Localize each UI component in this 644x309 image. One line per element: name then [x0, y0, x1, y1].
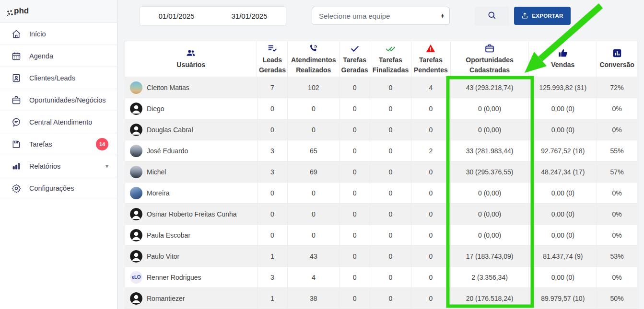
cell-conversao: 0%: [597, 204, 637, 224]
avatar: [130, 166, 142, 178]
avatar: [130, 124, 142, 136]
user-name: Paulo Vitor: [147, 252, 179, 260]
table-row[interactable]: eLORenner Rodrigues340002 (3.356,34)0,00…: [125, 267, 637, 288]
column-header-label: Tarefas Geradas: [340, 55, 369, 75]
cell-user-name: Osmar Roberto Freitas Cunha: [125, 204, 258, 224]
cell-oportunidades: 33 (281.983,44): [451, 140, 529, 161]
phd-logo[interactable]: phd: [7, 6, 29, 16]
cell-tarefas-finalizadas: 0: [370, 246, 411, 266]
cell-user-name: Cleiton Matias: [125, 77, 258, 98]
column-header-label: Leads Geradas: [258, 55, 286, 75]
sidebar-item-tarefas[interactable]: Tarefas 14: [0, 133, 117, 155]
logo-dots-icon: [7, 10, 13, 16]
cell-user-name: Paula Escobar: [125, 225, 258, 245]
column-header-label: Oportunidades Cadastradas: [452, 55, 528, 75]
calendar-icon: [12, 51, 21, 61]
home-icon: [12, 29, 21, 39]
table-row[interactable]: Diego000000 (0,00)0,00 (0)0%: [125, 98, 637, 119]
cell-leads: 0: [258, 225, 288, 245]
user-name: Michel: [147, 168, 166, 176]
column-header-label: Usuários: [176, 60, 205, 69]
column-header-tarefas-geradas[interactable]: Tarefas Geradas: [340, 41, 370, 77]
check-icon: [350, 43, 360, 54]
briefcase-icon: [12, 95, 21, 105]
column-header-label: Tarefas Pendentes: [412, 55, 449, 75]
table-row[interactable]: Paulo Vitor14300017 (183.743,09)81.437,7…: [125, 246, 637, 267]
cell-tarefas-finalizadas: 0: [370, 119, 411, 140]
sidebar-item-relatorios[interactable]: Relatórios ▾: [0, 155, 117, 177]
user-name: Douglas Cabral: [147, 126, 193, 134]
table-row[interactable]: Romantiezer13800020 (176.518,24)89.979,5…: [125, 288, 637, 309]
date-end-input[interactable]: 31/01/2025: [213, 12, 286, 20]
column-header-conversao[interactable]: Conversão: [597, 41, 637, 77]
column-header-tarefas-pendentes[interactable]: Tarefas Pendentes: [411, 41, 451, 77]
cell-leads: 7: [258, 77, 288, 98]
cell-tarefas-geradas: 0: [340, 183, 370, 203]
table-row[interactable]: José Eduardo36500233 (281.983,44)92.767,…: [125, 140, 637, 161]
user-name: Romantiezer: [147, 295, 185, 302]
column-header-vendas[interactable]: Vendas: [529, 41, 597, 77]
cell-vendas: 0,00 (0): [529, 225, 597, 245]
cell-atendimentos: 0: [288, 98, 340, 119]
cell-oportunidades: 0 (0,00): [451, 204, 529, 224]
cell-conversao: 57%: [597, 161, 637, 182]
cell-tarefas-geradas: 0: [340, 98, 370, 119]
table-row[interactable]: Osmar Roberto Freitas Cunha000000 (0,00)…: [125, 204, 637, 225]
table-row[interactable]: Cleiton Matias710200443 (293.218,74)125.…: [125, 77, 637, 98]
team-select[interactable]: Selecione uma equipe ▴▾: [312, 7, 450, 25]
cell-tarefas-pendentes: 0: [411, 288, 451, 309]
export-button[interactable]: EXPORTAR: [514, 7, 571, 25]
sidebar-item-label: Relatórios: [29, 162, 105, 170]
cell-user-name: eLORenner Rodrigues: [125, 267, 258, 287]
user-name: José Eduardo: [147, 147, 188, 155]
table-body: Cleiton Matias710200443 (293.218,74)125.…: [125, 77, 637, 309]
cell-tarefas-finalizadas: 0: [370, 77, 411, 98]
cell-vendas: 48.247,34 (17): [529, 161, 597, 182]
chat-icon: [12, 117, 21, 127]
sidebar-item-central-atendimento[interactable]: Central Atendimento: [0, 111, 117, 133]
cell-tarefas-pendentes: 0: [411, 119, 451, 140]
search-button[interactable]: [475, 6, 509, 26]
cell-user-name: Douglas Cabral: [125, 119, 258, 140]
sidebar-item-agenda[interactable]: Agenda: [0, 45, 117, 67]
cell-leads: 0: [258, 204, 288, 224]
thumbs-up-icon: [558, 48, 568, 58]
cell-user-name: José Eduardo: [125, 140, 258, 161]
cell-leads: 0: [258, 119, 288, 140]
table-row[interactable]: Moreira000000 (0,00)0,00 (0)0%: [125, 183, 637, 204]
table-row[interactable]: Paula Escobar000000 (0,00)0,00 (0)0%: [125, 225, 637, 246]
cell-leads: 1: [258, 246, 288, 266]
sidebar-item-inicio[interactable]: Início: [0, 23, 117, 45]
table-row[interactable]: Michel36900030 (295.376,55)48.247,34 (17…: [125, 161, 637, 183]
select-arrows-icon: ▴▾: [441, 13, 444, 18]
cell-user-name: Moreira: [125, 183, 258, 203]
users-report-table: Usuários Leads Geradas Atendimentos Real…: [125, 41, 637, 309]
sidebar-item-clientes-leads[interactable]: Clientes/Leads: [0, 67, 117, 89]
cell-conversao: 55%: [597, 140, 637, 161]
column-header-usuarios[interactable]: Usuários: [125, 41, 257, 77]
cell-oportunidades: 0 (0,00): [451, 225, 529, 245]
sidebar-item-configuracoes[interactable]: Configurações: [0, 177, 117, 199]
table-row[interactable]: Douglas Cabral000000 (0,00)0,00 (0)0%: [125, 119, 637, 140]
cell-user-name: Romantiezer: [125, 288, 258, 309]
avatar: [130, 292, 142, 305]
column-header-oportunidades[interactable]: Oportunidades Cadastradas: [451, 41, 529, 77]
cell-atendimentos: 4: [288, 267, 340, 287]
sidebar-item-oportunidades[interactable]: Oportunidades/Negócios: [0, 89, 117, 111]
cell-conversao: 50%: [597, 288, 637, 309]
cell-vendas: 0,00 (0): [529, 119, 597, 140]
warning-triangle-icon: [425, 43, 436, 54]
contact-card-icon: [12, 73, 21, 83]
cell-oportunidades: 43 (293.218,74): [451, 77, 529, 98]
date-range-picker[interactable]: 01/01/2025 31/01/2025: [140, 6, 286, 26]
gear-icon: [12, 183, 21, 193]
double-check-icon: [385, 43, 396, 54]
cell-tarefas-geradas: 0: [340, 288, 370, 309]
date-start-input[interactable]: 01/01/2025: [140, 12, 213, 20]
column-header-atendimentos[interactable]: Atendimentos Realizados: [288, 41, 340, 77]
column-header-tarefas-finalizadas[interactable]: Tarefas Finalizadas: [370, 41, 411, 77]
column-header-leads-geradas[interactable]: Leads Geradas: [257, 41, 288, 77]
sidebar-item-label: Central Atendimento: [29, 118, 108, 126]
cell-vendas: 81.437,74 (9): [529, 246, 597, 266]
cell-tarefas-geradas: 0: [340, 161, 370, 182]
